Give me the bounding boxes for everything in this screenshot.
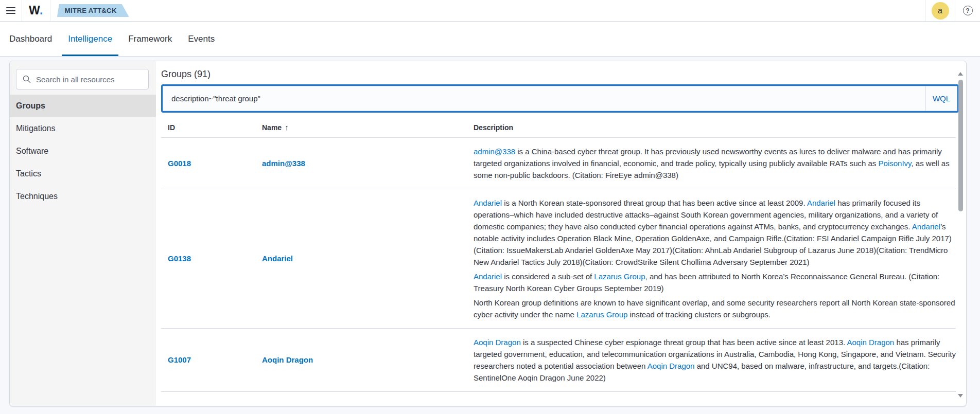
resources-sidebar: Search in all resources GroupsMitigation… xyxy=(10,61,156,406)
tab-bar: DashboardIntelligenceFrameworkEvents xyxy=(0,22,980,57)
cell-description: Andariel is a North Korean state-sponsor… xyxy=(474,197,956,320)
logo-letter: W xyxy=(29,4,40,17)
help-cell: ? xyxy=(955,0,980,21)
cell-description: admin@338 is a China-based cyber threat … xyxy=(474,146,956,181)
sort-asc-icon: ↑ xyxy=(285,123,289,132)
table-row: G0018admin@338admin@338 is a China-based… xyxy=(161,138,956,189)
inline-link[interactable]: PoisonIvy xyxy=(879,159,912,168)
table-body: G0018admin@338admin@338 is a China-based… xyxy=(161,138,956,392)
table-header: ID Name↑ Description xyxy=(161,119,956,138)
main-content: Groups (91) description~"threat group" W… xyxy=(156,61,966,406)
description-text: is considered a sub-set of xyxy=(502,272,594,281)
group-name-link[interactable]: Andariel xyxy=(262,254,293,263)
description-paragraph: Aoqin Dragon is a suspected Chinese cybe… xyxy=(474,336,956,384)
cell-name: admin@338 xyxy=(262,159,474,168)
inline-link[interactable]: Andariel xyxy=(912,222,940,231)
sidebar-item-techniques[interactable]: Techniques xyxy=(10,185,156,208)
page-title: Groups (91) xyxy=(161,69,966,80)
tab-dashboard[interactable]: Dashboard xyxy=(3,22,58,56)
cell-description: Aoqin Dragon is a suspected Chinese cybe… xyxy=(474,336,956,384)
inline-link[interactable]: Aoqin Dragon xyxy=(847,338,894,347)
sidebar-item-tactics[interactable]: Tactics xyxy=(10,163,156,185)
avatar-cell: a xyxy=(925,0,955,21)
column-header-name[interactable]: Name↑ xyxy=(262,123,474,132)
description-paragraph: Andariel is considered a sub-set of Laza… xyxy=(474,271,956,294)
description-paragraph: North Korean group definitions are known… xyxy=(474,297,956,320)
navbar-right: a ? xyxy=(925,0,980,21)
column-header-id[interactable]: ID xyxy=(161,123,262,132)
group-name-link[interactable]: admin@338 xyxy=(262,159,305,168)
search-icon xyxy=(23,75,31,83)
description-text: instead of tracking clusters or subgroup… xyxy=(627,310,771,319)
tab-events[interactable]: Events xyxy=(182,22,221,56)
top-navbar: W. MITRE ATT&CK a ? xyxy=(0,0,980,22)
resource-list: GroupsMitigationsSoftwareTacticsTechniqu… xyxy=(10,95,156,208)
groups-table: ID Name↑ Description G0018admin@338admin… xyxy=(161,119,956,392)
column-header-name-label: Name xyxy=(262,123,282,132)
inline-link[interactable]: Andariel xyxy=(474,272,502,281)
group-name-link[interactable]: Aoqin Dragon xyxy=(262,355,313,364)
inline-link[interactable]: Andariel xyxy=(807,199,835,207)
sidebar-item-mitigations[interactable]: Mitigations xyxy=(10,117,156,140)
group-id-link[interactable]: G1007 xyxy=(168,355,191,364)
wazuh-logo[interactable]: W. xyxy=(22,4,50,17)
cell-id: G1007 xyxy=(161,355,262,365)
tab-intelligence[interactable]: Intelligence xyxy=(62,22,118,56)
cell-name: Andariel xyxy=(262,254,474,263)
query-input[interactable]: description~"threat group" xyxy=(163,86,925,111)
logo-dot: . xyxy=(40,4,43,17)
tab-framework[interactable]: Framework xyxy=(122,22,178,56)
search-placeholder: Search in all resources xyxy=(36,75,115,84)
app-breadcrumb: MITRE ATT&CK xyxy=(57,4,129,17)
user-avatar[interactable]: a xyxy=(932,2,949,20)
page-background: Search in all resources GroupsMitigation… xyxy=(0,57,980,414)
menu-icon[interactable] xyxy=(0,0,22,22)
table-row: G1007Aoqin DragonAoqin Dragon is a suspe… xyxy=(161,329,956,392)
query-bar: description~"threat group" WQL xyxy=(161,84,959,113)
navbar-divider xyxy=(50,0,50,21)
description-paragraph: admin@338 is a China-based cyber threat … xyxy=(474,146,956,181)
column-header-description[interactable]: Description xyxy=(474,123,956,132)
search-input[interactable]: Search in all resources xyxy=(16,69,149,89)
scrollbar-thumb[interactable] xyxy=(958,80,963,211)
inline-link[interactable]: Lazarus Group xyxy=(594,272,645,281)
description-paragraph: Andariel is a North Korean state-sponsor… xyxy=(474,197,956,268)
description-text: is a China-based cyber threat group. It … xyxy=(474,147,942,168)
group-id-link[interactable]: G0018 xyxy=(168,159,191,168)
query-language-button[interactable]: WQL xyxy=(925,86,957,111)
content-panel: Search in all resources GroupsMitigation… xyxy=(9,61,967,406)
cell-id: G0018 xyxy=(161,159,262,168)
sidebar-item-software[interactable]: Software xyxy=(10,140,156,163)
table-row: G0138AndarielAndariel is a North Korean … xyxy=(161,189,956,329)
cell-id: G0138 xyxy=(161,254,262,263)
inline-link[interactable]: Lazarus Group xyxy=(576,310,627,319)
description-text: is a North Korean state-sponsored threat… xyxy=(502,199,807,207)
inline-link[interactable]: Aoqin Dragon xyxy=(474,338,521,347)
sidebar-item-groups[interactable]: Groups xyxy=(10,95,156,117)
cell-name: Aoqin Dragon xyxy=(262,355,474,365)
inline-link[interactable]: Aoqin Dragon xyxy=(647,362,695,370)
vertical-scrollbar[interactable] xyxy=(957,61,964,406)
mitre-attack-badge[interactable]: MITRE ATT&CK xyxy=(57,4,129,17)
help-icon[interactable]: ? xyxy=(963,6,973,15)
scroll-down-icon[interactable] xyxy=(958,394,963,398)
group-id-link[interactable]: G0138 xyxy=(168,254,191,263)
inline-link[interactable]: admin@338 xyxy=(474,147,515,156)
inline-link[interactable]: Andariel xyxy=(474,199,502,207)
scroll-up-icon[interactable] xyxy=(958,72,963,76)
description-text: is a suspected Chinese cyber espionage t… xyxy=(521,338,847,347)
